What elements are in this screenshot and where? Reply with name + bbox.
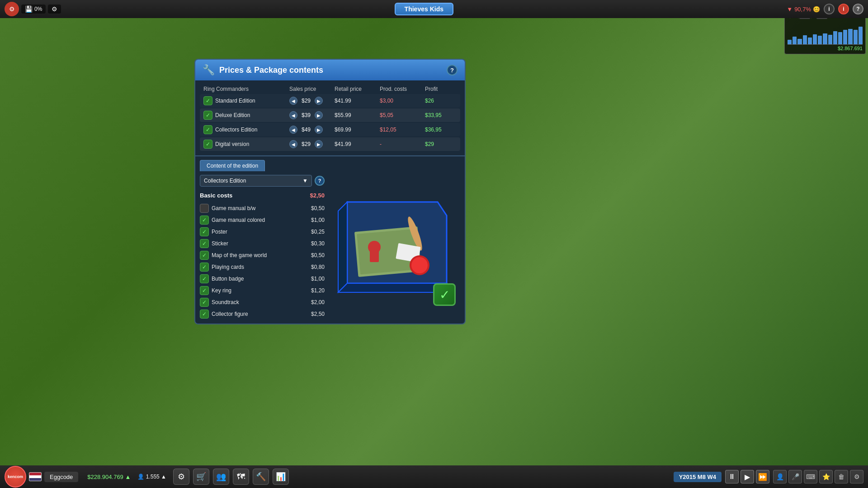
chart-bar (813, 34, 817, 44)
price-increase-digital[interactable]: ▶ (315, 140, 323, 148)
edition-dropdown[interactable]: Collectors Edition ▼ (200, 175, 312, 187)
price-decrease-digital[interactable]: ◀ (289, 140, 297, 148)
basic-costs-label: Basic costs (200, 192, 232, 199)
item-cost-poster: $0,25 (311, 229, 325, 235)
checkbox-poster[interactable]: ✓ (200, 227, 209, 236)
item-playing-cards: ✓ Playing cards $0,80 (200, 261, 325, 273)
svg-rect-6 (370, 251, 379, 262)
people-icon-btn[interactable]: 👥 (213, 469, 229, 485)
checkbox-collector-figure[interactable]: ✓ (200, 310, 209, 319)
modal-help-button[interactable]: ? (447, 65, 458, 75)
chart-bar (828, 35, 832, 44)
rating-arrow: ▼ (787, 6, 793, 13)
info-btn-red[interactable]: i (838, 4, 849, 14)
company-name: Eggcode (44, 472, 78, 482)
col-name: Ring Commanders (203, 86, 289, 92)
bottom-action-icons: 👤 🎤 ⌨ ⭐ 🗑 ⚙ (773, 470, 863, 483)
checkbox-playing-cards[interactable]: ✓ (200, 263, 209, 272)
item-collector-figure: ✓ Collector figure $2,50 (200, 308, 325, 320)
star-icon-btn[interactable]: ⭐ (819, 470, 833, 483)
settings-icon-btn[interactable]: ⚙ (173, 469, 189, 485)
edition-dropdown-value: Collectors Edition (204, 178, 246, 184)
profit-collectors: $36,95 (425, 127, 457, 133)
rating-badge: ▼ 90,7% 😊 (787, 6, 820, 13)
item-cost-button-badge: $1,00 (311, 276, 325, 282)
edition-selector-row: Collectors Edition ▼ ? (200, 175, 325, 187)
item-label-game-manual-bw: Game manual b/w (212, 205, 255, 211)
product-name-digital: ✓ Digital version (203, 140, 289, 149)
price-decrease-collectors[interactable]: ◀ (289, 126, 297, 134)
item-label-key-ring: Key ring (212, 287, 231, 294)
money-percentage: 0% (34, 6, 42, 12)
item-cost-game-manual-colored: $1,00 (311, 217, 325, 223)
item-left-button-badge: ✓ Button badge (200, 274, 244, 283)
check-deluxe[interactable]: ✓ (203, 111, 212, 120)
checkbox-key-ring[interactable]: ✓ (200, 286, 209, 295)
tab-content-edition[interactable]: Content of the edition (200, 160, 265, 171)
play-btn[interactable]: ▶ (741, 470, 754, 483)
price-increase-standard[interactable]: ▶ (315, 97, 323, 105)
price-increase-deluxe[interactable]: ▶ (315, 111, 323, 119)
mic-icon-btn[interactable]: 🎤 (788, 470, 802, 483)
item-poster: ✓ Poster $0,25 (200, 226, 325, 238)
bottom-right: Y2015 M8 W4 ⏸ ▶ ⏩ 👤 🎤 ⌨ ⭐ 🗑 ⚙ (674, 470, 868, 483)
item-left-playing-cards: ✓ Playing cards (200, 263, 244, 272)
check-digital[interactable]: ✓ (203, 140, 212, 149)
price-decrease-deluxe[interactable]: ◀ (289, 111, 297, 119)
build-icon-btn[interactable]: 🔨 (253, 469, 269, 485)
bottom-workers: 👤 1.555 ▲ (135, 474, 169, 480)
pause-btn[interactable]: ⏸ (725, 470, 739, 483)
chart-bar (818, 36, 822, 44)
product-name-deluxe: ✓ Deluxe Edition (203, 111, 289, 120)
checkbox-map[interactable]: ✓ (200, 251, 209, 260)
chart-icon-btn[interactable]: 📊 (273, 469, 289, 485)
smiley-icon: 😊 (813, 6, 820, 13)
chart-bar (854, 30, 858, 44)
col-retail: Retail price (335, 86, 380, 92)
checkbox-game-manual-bw[interactable]: ✓ (200, 204, 209, 213)
price-decrease-standard[interactable]: ◀ (289, 97, 297, 105)
item-label-collector-figure: Collector figure (212, 311, 248, 317)
checkbox-button-badge[interactable]: ✓ (200, 274, 209, 283)
rating-value: 90,7% (794, 6, 811, 13)
item-cost-game-manual-bw: $0,50 (311, 205, 325, 211)
item-label-playing-cards: Playing cards (212, 264, 244, 270)
bottom-money: $228.904.769 ▲ (83, 474, 135, 480)
checkbox-sticker[interactable]: ✓ (200, 239, 209, 248)
item-left-poster: ✓ Poster (200, 227, 227, 236)
chevron-down-icon: ▼ (302, 178, 308, 184)
item-left-game-manual-colored: ✓ Game manual colored (200, 216, 265, 225)
map-icon-btn[interactable]: 🗺 (233, 469, 249, 485)
trash-icon-btn[interactable]: 🗑 (835, 470, 848, 483)
checkbox-soundtrack[interactable]: ✓ (200, 298, 209, 307)
price-ctrl-standard: ◀ $29 ▶ (289, 97, 335, 105)
user-icon-btn[interactable]: 👤 (773, 470, 787, 483)
trp-money: $2.867.691 (788, 46, 863, 51)
item-left-key-ring: ✓ Key ring (200, 286, 231, 295)
svg-point-10 (411, 257, 428, 273)
price-increase-collectors[interactable]: ▶ (315, 126, 323, 134)
confirm-button[interactable]: ✓ (433, 283, 456, 306)
keyboard-icon-btn[interactable]: ⌨ (804, 470, 817, 483)
info-btn-dark[interactable]: i (824, 4, 835, 14)
item-label-button-badge: Button badge (212, 276, 244, 282)
bottom-left: kencom Eggcode (0, 466, 83, 488)
edition-help-button[interactable]: ? (315, 176, 325, 186)
item-cost-soundtrack: $2,00 (311, 299, 325, 305)
check-collectors[interactable]: ✓ (203, 125, 212, 134)
shop-icon-btn[interactable]: 🛒 (193, 469, 209, 485)
gear2-icon-btn[interactable]: ⚙ (850, 470, 863, 483)
fast-btn[interactable]: ⏩ (756, 470, 769, 483)
modal-header-icon: 🔧 (203, 64, 215, 76)
product-name-collectors: ✓ Collectors Edition (203, 125, 289, 134)
edition-content: Collectors Edition ▼ ? Basic costs $2,50… (200, 175, 460, 320)
chart-bar (803, 35, 807, 44)
bottom-icons: ⚙ 🛒 👥 🗺 🔨 📊 (169, 469, 293, 485)
edition-tabs: Content of the edition (200, 160, 460, 171)
chart-bar (838, 32, 842, 44)
info-btn-gray[interactable]: ? (853, 4, 863, 14)
checkbox-game-manual-colored[interactable]: ✓ (200, 216, 209, 225)
check-standard[interactable]: ✓ (203, 96, 212, 105)
item-left-map: ✓ Map of the game world (200, 251, 267, 260)
item-soundtrack: ✓ Soundtrack $2,00 (200, 296, 325, 308)
